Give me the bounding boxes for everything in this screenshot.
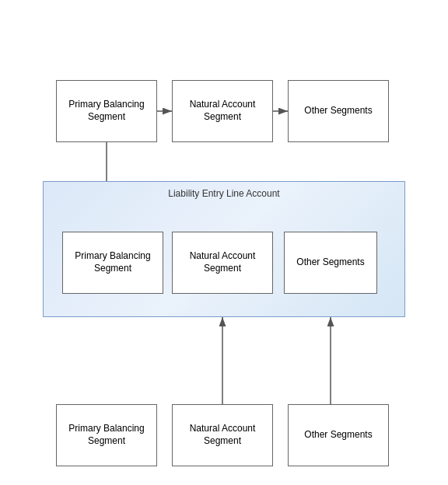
bot-natural-label: Natural Account Segment — [177, 423, 268, 447]
middle-label: Liability Entry Line Account — [44, 188, 404, 199]
mid-other-label: Other Segments — [296, 256, 364, 269]
top-other-label: Other Segments — [304, 105, 372, 117]
bot-natural-box: Natural Account Segment — [172, 404, 273, 466]
mid-primary-box: Primary Balancing Segment — [62, 232, 163, 294]
top-natural-box: Natural Account Segment — [172, 80, 273, 142]
top-primary-label: Primary Balancing Segment — [61, 99, 152, 123]
bot-primary-box: Primary Balancing Segment — [56, 404, 157, 466]
mid-natural-box: Natural Account Segment — [172, 232, 273, 294]
mid-natural-label: Natural Account Segment — [177, 250, 268, 274]
bot-other-label: Other Segments — [304, 429, 372, 441]
top-primary-box: Primary Balancing Segment — [56, 80, 157, 142]
top-natural-label: Natural Account Segment — [177, 99, 268, 123]
diagram-container: Primary Balancing Segment Natural Accoun… — [0, 0, 448, 485]
bot-other-box: Other Segments — [288, 404, 389, 466]
top-other-box: Other Segments — [288, 80, 389, 142]
mid-other-box: Other Segments — [284, 232, 377, 294]
bot-primary-label: Primary Balancing Segment — [61, 423, 152, 447]
mid-primary-label: Primary Balancing Segment — [68, 250, 158, 274]
